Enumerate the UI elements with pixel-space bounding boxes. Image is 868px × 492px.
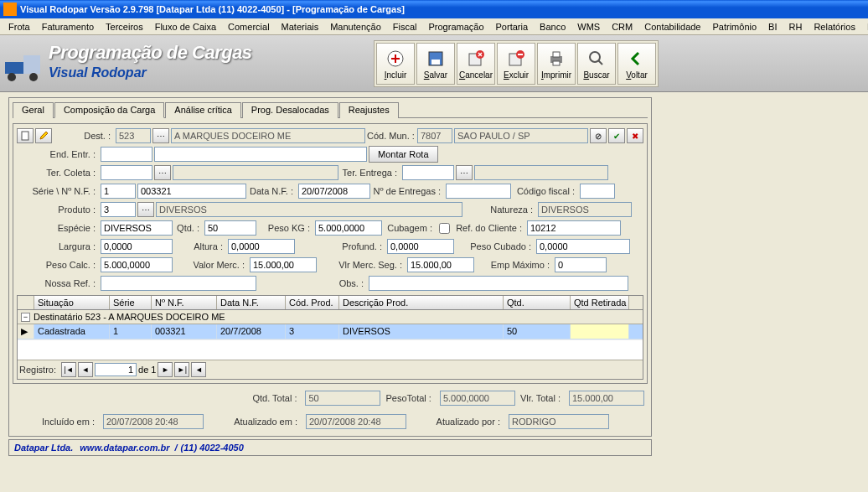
menu-banco[interactable]: Banco bbox=[535, 20, 571, 34]
cell-ret[interactable] bbox=[571, 324, 629, 339]
tab-analise[interactable]: Análise crítica bbox=[165, 102, 240, 118]
main-menu: Frota Faturamento Terceiros Fluxo de Cai… bbox=[0, 18, 868, 35]
produto-code-field[interactable] bbox=[101, 202, 136, 217]
imprimir-button[interactable]: Imprimir bbox=[537, 43, 576, 85]
salvar-button[interactable]: Salvar bbox=[416, 43, 455, 85]
serie-field[interactable] bbox=[101, 184, 136, 199]
produto-label: Produto : bbox=[17, 205, 99, 215]
nf-field[interactable] bbox=[137, 184, 246, 199]
endentr-code-field[interactable] bbox=[101, 147, 152, 162]
vlrmercseg-field[interactable] bbox=[407, 257, 474, 272]
print-icon bbox=[546, 49, 566, 69]
buscar-button[interactable]: Buscar bbox=[577, 43, 616, 85]
pesocubado-label: Peso Cubado : bbox=[456, 241, 535, 251]
tab-composicao[interactable]: Composição da Carga bbox=[54, 102, 164, 118]
nav-prev-button[interactable]: ◄ bbox=[78, 362, 93, 377]
montar-rota-button[interactable]: Montar Rota bbox=[369, 146, 438, 163]
col-qtd[interactable]: Qtd. bbox=[504, 296, 571, 309]
largura-field[interactable] bbox=[101, 239, 173, 254]
profund-label: Profund. : bbox=[297, 241, 385, 251]
clear-dest-button[interactable]: ⊘ bbox=[590, 128, 607, 143]
nossaref-field[interactable] bbox=[101, 276, 256, 291]
empmaximo-field[interactable] bbox=[555, 257, 607, 272]
tab-desalocadas[interactable]: Prog. Desalocadas bbox=[242, 102, 338, 118]
menu-bi[interactable]: BI bbox=[763, 20, 782, 34]
nav-new-button[interactable]: ◄ bbox=[191, 362, 206, 377]
menu-programacao[interactable]: Programação bbox=[423, 20, 488, 34]
nav-last-button[interactable]: ►| bbox=[174, 362, 189, 377]
refcliente-field[interactable] bbox=[527, 220, 621, 236]
dest-code-field[interactable] bbox=[116, 128, 151, 143]
incluir-button[interactable]: Incluir bbox=[376, 43, 415, 85]
pesocubado-field[interactable] bbox=[536, 239, 630, 254]
menu-patrimonio[interactable]: Patrimônio bbox=[708, 20, 762, 34]
excluir-button[interactable]: Excluir bbox=[497, 43, 535, 85]
tercoleta-lookup-button[interactable]: ⋯ bbox=[154, 165, 171, 180]
menu-relatorios[interactable]: Relatórios bbox=[809, 20, 860, 34]
endentr-field[interactable] bbox=[154, 147, 367, 162]
dest-lookup-button[interactable]: ⋯ bbox=[152, 128, 169, 143]
status-url[interactable]: www.datapar.com.br bbox=[80, 443, 169, 453]
produto-lookup-button[interactable]: ⋯ bbox=[137, 202, 154, 217]
valormerc-field[interactable] bbox=[250, 257, 317, 272]
col-serie[interactable]: Série bbox=[110, 296, 152, 309]
collapse-icon[interactable]: − bbox=[21, 313, 30, 322]
menu-materiais[interactable]: Materiais bbox=[276, 20, 324, 34]
datanf-field[interactable] bbox=[298, 184, 370, 199]
menu-portaria[interactable]: Portaria bbox=[491, 20, 534, 34]
menu-contabilidade[interactable]: Contabilidade bbox=[639, 20, 705, 34]
col-data[interactable]: Data N.F. bbox=[217, 296, 286, 309]
por-field bbox=[509, 414, 609, 429]
menu-parametros[interactable]: Parâmetros bbox=[862, 20, 868, 34]
menu-wms[interactable]: WMS bbox=[572, 20, 605, 34]
altura-label: Altura : bbox=[174, 241, 226, 251]
menu-fiscal[interactable]: Fiscal bbox=[388, 20, 422, 34]
obs-field[interactable] bbox=[369, 276, 628, 291]
new-item-button[interactable] bbox=[17, 128, 34, 143]
menu-rh[interactable]: RH bbox=[783, 20, 807, 34]
altura-field[interactable] bbox=[228, 239, 295, 254]
menu-comercial[interactable]: Comercial bbox=[223, 20, 275, 34]
terentrega-field[interactable] bbox=[402, 165, 454, 180]
nentregas-field[interactable] bbox=[446, 184, 511, 199]
qtd-field[interactable] bbox=[204, 220, 256, 236]
nentregas-label: Nº de Entregas : bbox=[372, 186, 444, 196]
profund-field[interactable] bbox=[387, 239, 454, 254]
pesocalc-field[interactable] bbox=[101, 257, 173, 272]
col-situacao[interactable]: Situação bbox=[34, 296, 110, 309]
atualizado-label: Atualizado em : bbox=[209, 417, 301, 427]
cell-nf: 003321 bbox=[152, 324, 217, 339]
confirm-dest-button[interactable]: ✔ bbox=[608, 128, 625, 143]
menu-fluxo-caixa[interactable]: Fluxo de Caixa bbox=[150, 20, 221, 34]
menu-manutencao[interactable]: Manutenção bbox=[325, 20, 386, 34]
col-cod[interactable]: Cód. Prod. bbox=[286, 296, 339, 309]
tab-geral[interactable]: Geral bbox=[13, 102, 54, 118]
cubagem-checkbox[interactable] bbox=[439, 223, 450, 234]
pesokg-field[interactable] bbox=[315, 220, 382, 236]
menu-faturamento[interactable]: Faturamento bbox=[37, 20, 99, 34]
qtdtotal-label: Qtd. Total : bbox=[252, 393, 300, 403]
edit-item-button[interactable] bbox=[35, 128, 52, 143]
voltar-button[interactable]: Voltar bbox=[617, 43, 656, 85]
terentrega-lookup-button[interactable]: ⋯ bbox=[456, 165, 473, 180]
svg-rect-16 bbox=[22, 132, 28, 140]
menu-frota[interactable]: Frota bbox=[3, 20, 35, 34]
col-ret[interactable]: Qtd Retirada bbox=[571, 296, 629, 309]
delete-dest-button[interactable]: ✖ bbox=[627, 128, 643, 143]
nav-first-button[interactable]: |◄ bbox=[61, 362, 76, 377]
especie-field[interactable] bbox=[101, 220, 173, 236]
table-row[interactable]: ▶ Cadastrada 1 003321 20/7/2008 3 DIVERS… bbox=[18, 324, 643, 339]
cancelar-button[interactable]: Cancelar bbox=[457, 43, 495, 85]
tercoleta-field[interactable] bbox=[101, 165, 152, 180]
grid-group-row[interactable]: − Destinatário 523 - A MARQUES DOCEIRO M… bbox=[18, 310, 643, 324]
status-phone: (11) 4022-4050 bbox=[181, 443, 244, 453]
codfiscal-field[interactable] bbox=[580, 184, 615, 199]
nav-next-button[interactable]: ► bbox=[158, 362, 173, 377]
col-desc[interactable]: Descrição Prod. bbox=[339, 296, 504, 309]
cell-cod: 3 bbox=[286, 324, 339, 339]
nav-position-field[interactable] bbox=[95, 363, 137, 376]
tab-reajustes[interactable]: Reajustes bbox=[339, 102, 399, 118]
menu-crm[interactable]: CRM bbox=[607, 20, 638, 34]
col-nf[interactable]: Nº N.F. bbox=[152, 296, 217, 309]
menu-terceiros[interactable]: Terceiros bbox=[101, 20, 148, 34]
